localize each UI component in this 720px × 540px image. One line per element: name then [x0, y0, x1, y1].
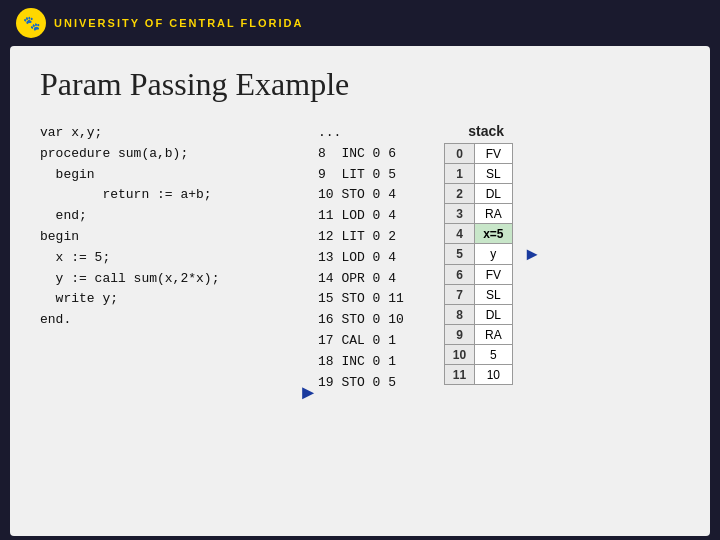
stack-value: x=5: [475, 224, 512, 244]
stack-index: 8: [444, 305, 474, 325]
stack-index: 4: [444, 224, 474, 244]
stack-index: 2: [444, 184, 474, 204]
arrow-column: ►: [290, 123, 318, 456]
table-row: 0FV: [444, 144, 548, 164]
stack-index: 9: [444, 325, 474, 345]
stack-value: DL: [475, 305, 512, 325]
arrow-slot-10: ►: [298, 379, 318, 405]
table-row: 8DL: [444, 305, 548, 325]
stack-value: 10: [475, 365, 512, 385]
table-row: 9RA: [444, 325, 548, 345]
table-row: 7SL: [444, 285, 548, 305]
stack-title: stack: [424, 123, 549, 139]
stack-value: DL: [475, 184, 512, 204]
table-row: 3RA: [444, 204, 548, 224]
stack-index: 11: [444, 365, 474, 385]
table-row: 1SL: [444, 164, 548, 184]
current-line-arrow: ►: [298, 382, 318, 402]
stack-index: 3: [444, 204, 474, 224]
stack-index: 10: [444, 345, 474, 365]
stack-index: 6: [444, 265, 474, 285]
table-row: 2DL: [444, 184, 548, 204]
slide-title: Param Passing Example: [40, 66, 680, 103]
stack-index: 5: [444, 244, 474, 265]
table-row: 4x=5: [444, 224, 548, 244]
content-area: var x,y; procedure sum(a,b); begin retur…: [40, 123, 680, 456]
logo-icon: 🐾: [16, 8, 46, 38]
ucf-logo: 🐾 UNIVERSITY OF CENTRAL FLORIDA: [16, 8, 304, 38]
stack-value: RA: [475, 204, 512, 224]
stack-value: SL: [475, 285, 512, 305]
stack-value: FV: [475, 144, 512, 164]
code-right: ... 8 INC 0 6 9 LIT 0 5 10 STO 0 4 11 LO…: [318, 123, 404, 393]
stack-table: 0FV1SL2DL3RA4x=55y►6FV7SL8DL9RA1051110: [444, 143, 549, 385]
header: 🐾 UNIVERSITY OF CENTRAL FLORIDA: [0, 0, 720, 46]
stack-index: 7: [444, 285, 474, 305]
university-name: UNIVERSITY OF CENTRAL FLORIDA: [54, 17, 304, 29]
stack-pointer-arrow: ►: [512, 244, 548, 265]
code-left: var x,y; procedure sum(a,b); begin retur…: [40, 123, 270, 331]
slide-content: Param Passing Example var x,y; procedure…: [10, 46, 710, 536]
table-row: 5y►: [444, 244, 548, 265]
code-right-section: ► ... 8 INC 0 6 9 LIT 0 5 10 STO 0 4 11 …: [290, 123, 404, 456]
table-row: 105: [444, 345, 548, 365]
stack-value: SL: [475, 164, 512, 184]
stack-index: 0: [444, 144, 474, 164]
stack-value: y: [475, 244, 512, 265]
stack-value: 5: [475, 345, 512, 365]
table-row: 6FV: [444, 265, 548, 285]
stack-index: 1: [444, 164, 474, 184]
table-row: 1110: [444, 365, 548, 385]
stack-value: RA: [475, 325, 512, 345]
stack-section: stack 0FV1SL2DL3RA4x=55y►6FV7SL8DL9RA105…: [424, 123, 549, 385]
stack-value: FV: [475, 265, 512, 285]
